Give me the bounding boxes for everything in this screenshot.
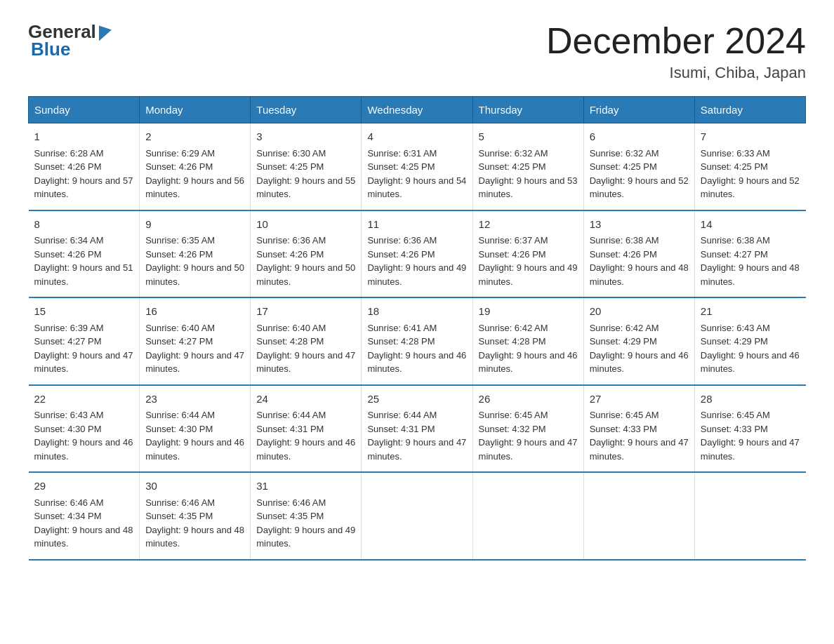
calendar-week-row: 15 Sunrise: 6:39 AMSunset: 4:27 PMDaylig… — [29, 297, 806, 385]
day-number: 16 — [145, 304, 244, 320]
day-number: 8 — [34, 217, 134, 233]
day-number: 10 — [256, 217, 355, 233]
day-info: Sunrise: 6:37 AMSunset: 4:26 PMDaylight:… — [479, 235, 578, 287]
col-friday: Friday — [583, 97, 694, 123]
day-number: 5 — [479, 129, 578, 145]
day-info: Sunrise: 6:44 AMSunset: 4:31 PMDaylight:… — [256, 410, 355, 462]
day-number: 21 — [701, 304, 800, 320]
day-number: 18 — [367, 304, 466, 320]
day-info: Sunrise: 6:29 AMSunset: 4:26 PMDaylight:… — [145, 148, 244, 200]
day-number: 9 — [145, 217, 244, 233]
day-number: 17 — [256, 304, 355, 320]
day-info: Sunrise: 6:39 AMSunset: 4:27 PMDaylight:… — [34, 323, 133, 375]
day-number: 22 — [34, 391, 134, 408]
col-wednesday: Wednesday — [362, 97, 472, 123]
col-monday: Monday — [140, 97, 251, 123]
calendar-cell — [472, 472, 583, 560]
day-number: 13 — [590, 217, 689, 233]
calendar-cell: 14 Sunrise: 6:38 AMSunset: 4:27 PMDaylig… — [694, 210, 805, 298]
calendar-week-row: 29 Sunrise: 6:46 AMSunset: 4:34 PMDaylig… — [29, 472, 806, 560]
day-number: 27 — [590, 391, 689, 408]
day-info: Sunrise: 6:40 AMSunset: 4:27 PMDaylight:… — [145, 323, 244, 375]
day-number: 1 — [34, 129, 134, 145]
logo-blue-text: Blue — [31, 39, 70, 60]
day-info: Sunrise: 6:44 AMSunset: 4:30 PMDaylight:… — [145, 410, 244, 462]
day-number: 3 — [256, 129, 355, 145]
location-subtitle: Isumi, Chiba, Japan — [546, 64, 806, 82]
calendar-cell: 27 Sunrise: 6:45 AMSunset: 4:33 PMDaylig… — [583, 385, 694, 473]
calendar-cell: 4 Sunrise: 6:31 AMSunset: 4:25 PMDayligh… — [362, 123, 472, 210]
calendar-cell: 19 Sunrise: 6:42 AMSunset: 4:28 PMDaylig… — [472, 297, 583, 385]
day-number: 12 — [479, 217, 578, 233]
day-info: Sunrise: 6:36 AMSunset: 4:26 PMDaylight:… — [367, 235, 466, 287]
day-info: Sunrise: 6:32 AMSunset: 4:25 PMDaylight:… — [590, 148, 689, 200]
calendar-cell: 11 Sunrise: 6:36 AMSunset: 4:26 PMDaylig… — [362, 210, 472, 298]
day-info: Sunrise: 6:31 AMSunset: 4:25 PMDaylight:… — [367, 148, 466, 200]
day-number: 20 — [590, 304, 689, 320]
calendar-cell: 23 Sunrise: 6:44 AMSunset: 4:30 PMDaylig… — [140, 385, 251, 473]
day-info: Sunrise: 6:41 AMSunset: 4:28 PMDaylight:… — [367, 323, 466, 375]
calendar-week-row: 8 Sunrise: 6:34 AMSunset: 4:26 PMDayligh… — [29, 210, 806, 298]
day-info: Sunrise: 6:30 AMSunset: 4:25 PMDaylight:… — [256, 148, 355, 200]
day-info: Sunrise: 6:45 AMSunset: 4:33 PMDaylight:… — [701, 410, 800, 462]
day-number: 30 — [145, 478, 244, 495]
day-info: Sunrise: 6:38 AMSunset: 4:27 PMDaylight:… — [701, 235, 800, 287]
day-info: Sunrise: 6:43 AMSunset: 4:30 PMDaylight:… — [34, 410, 133, 462]
day-info: Sunrise: 6:43 AMSunset: 4:29 PMDaylight:… — [701, 323, 800, 375]
calendar-cell: 26 Sunrise: 6:45 AMSunset: 4:32 PMDaylig… — [472, 385, 583, 473]
calendar-cell: 29 Sunrise: 6:46 AMSunset: 4:34 PMDaylig… — [29, 472, 140, 560]
col-sunday: Sunday — [29, 97, 140, 123]
calendar-cell: 8 Sunrise: 6:34 AMSunset: 4:26 PMDayligh… — [29, 210, 140, 298]
day-number: 19 — [479, 304, 578, 320]
col-thursday: Thursday — [472, 97, 583, 123]
day-info: Sunrise: 6:34 AMSunset: 4:26 PMDaylight:… — [34, 235, 133, 287]
day-info: Sunrise: 6:28 AMSunset: 4:26 PMDaylight:… — [34, 148, 133, 200]
calendar-cell: 10 Sunrise: 6:36 AMSunset: 4:26 PMDaylig… — [251, 210, 362, 298]
day-number: 28 — [701, 391, 800, 408]
calendar-cell: 30 Sunrise: 6:46 AMSunset: 4:35 PMDaylig… — [140, 472, 251, 560]
calendar-cell: 31 Sunrise: 6:46 AMSunset: 4:35 PMDaylig… — [251, 472, 362, 560]
calendar-cell: 6 Sunrise: 6:32 AMSunset: 4:25 PMDayligh… — [583, 123, 694, 210]
calendar-cell — [362, 472, 472, 560]
day-info: Sunrise: 6:38 AMSunset: 4:26 PMDaylight:… — [590, 235, 689, 287]
calendar-cell: 18 Sunrise: 6:41 AMSunset: 4:28 PMDaylig… — [362, 297, 472, 385]
page-header: General Blue December 2024 Isumi, Chiba,… — [28, 21, 806, 82]
day-number: 25 — [367, 391, 466, 408]
logo: General Blue — [28, 21, 112, 60]
day-number: 23 — [145, 391, 244, 408]
calendar-cell: 5 Sunrise: 6:32 AMSunset: 4:25 PMDayligh… — [472, 123, 583, 210]
calendar-week-row: 1 Sunrise: 6:28 AMSunset: 4:26 PMDayligh… — [29, 123, 806, 210]
calendar-cell: 22 Sunrise: 6:43 AMSunset: 4:30 PMDaylig… — [29, 385, 140, 473]
col-saturday: Saturday — [694, 97, 805, 123]
calendar-cell: 24 Sunrise: 6:44 AMSunset: 4:31 PMDaylig… — [251, 385, 362, 473]
col-tuesday: Tuesday — [251, 97, 362, 123]
day-info: Sunrise: 6:44 AMSunset: 4:31 PMDaylight:… — [367, 410, 466, 462]
calendar-table: Sunday Monday Tuesday Wednesday Thursday… — [28, 96, 806, 561]
day-number: 2 — [145, 129, 244, 145]
calendar-week-row: 22 Sunrise: 6:43 AMSunset: 4:30 PMDaylig… — [29, 385, 806, 473]
calendar-cell: 17 Sunrise: 6:40 AMSunset: 4:28 PMDaylig… — [251, 297, 362, 385]
day-info: Sunrise: 6:45 AMSunset: 4:32 PMDaylight:… — [479, 410, 578, 462]
day-info: Sunrise: 6:42 AMSunset: 4:28 PMDaylight:… — [479, 323, 578, 375]
day-number: 11 — [367, 217, 466, 233]
day-info: Sunrise: 6:35 AMSunset: 4:26 PMDaylight:… — [145, 235, 244, 287]
title-block: December 2024 Isumi, Chiba, Japan — [546, 21, 806, 82]
calendar-cell: 25 Sunrise: 6:44 AMSunset: 4:31 PMDaylig… — [362, 385, 472, 473]
calendar-cell: 16 Sunrise: 6:40 AMSunset: 4:27 PMDaylig… — [140, 297, 251, 385]
day-number: 24 — [256, 391, 355, 408]
day-info: Sunrise: 6:40 AMSunset: 4:28 PMDaylight:… — [256, 323, 355, 375]
logo-arrow-icon — [99, 22, 112, 41]
calendar-cell: 2 Sunrise: 6:29 AMSunset: 4:26 PMDayligh… — [140, 123, 251, 210]
calendar-cell — [694, 472, 805, 560]
calendar-header-row: Sunday Monday Tuesday Wednesday Thursday… — [29, 97, 806, 123]
day-number: 31 — [256, 478, 355, 495]
calendar-cell: 1 Sunrise: 6:28 AMSunset: 4:26 PMDayligh… — [29, 123, 140, 210]
day-info: Sunrise: 6:36 AMSunset: 4:26 PMDaylight:… — [256, 235, 355, 287]
day-info: Sunrise: 6:46 AMSunset: 4:35 PMDaylight:… — [256, 497, 355, 549]
day-number: 7 — [701, 129, 800, 145]
day-number: 29 — [34, 478, 134, 495]
day-number: 26 — [479, 391, 578, 408]
day-info: Sunrise: 6:32 AMSunset: 4:25 PMDaylight:… — [479, 148, 578, 200]
calendar-cell: 12 Sunrise: 6:37 AMSunset: 4:26 PMDaylig… — [472, 210, 583, 298]
calendar-cell: 15 Sunrise: 6:39 AMSunset: 4:27 PMDaylig… — [29, 297, 140, 385]
